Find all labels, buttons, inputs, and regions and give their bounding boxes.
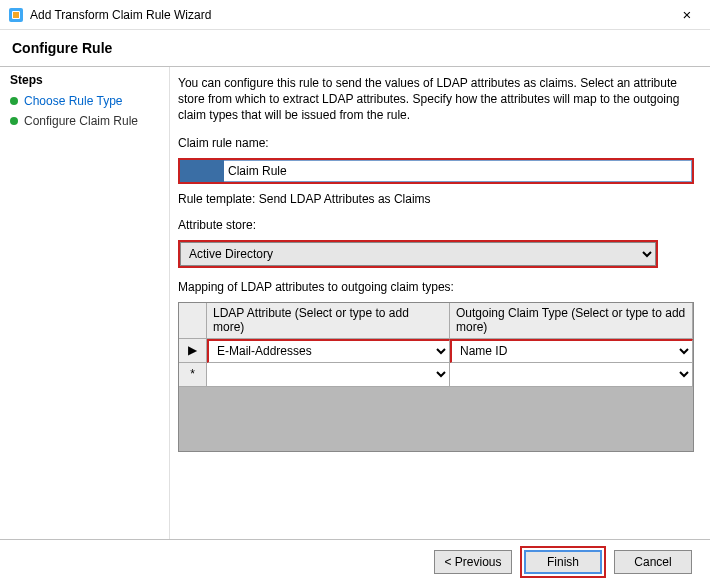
ldap-attribute-select[interactable] — [207, 363, 449, 386]
row-marker[interactable]: * — [179, 363, 207, 387]
selection-highlight — [180, 160, 224, 182]
rule-template-text: Rule template: Send LDAP Attributes as C… — [178, 192, 694, 206]
steps-sidebar: Steps Choose Rule Type Configure Claim R… — [0, 67, 170, 553]
ldap-attribute-cell — [207, 363, 450, 387]
attribute-store-highlight: Active Directory — [178, 240, 658, 268]
step-choose-rule-type[interactable]: Choose Rule Type — [10, 91, 159, 111]
step-label: Configure Claim Rule — [24, 114, 138, 128]
title-bar: Add Transform Claim Rule Wizard × — [0, 0, 710, 30]
content-area: Steps Choose Rule Type Configure Claim R… — [0, 66, 710, 553]
finish-button[interactable]: Finish — [524, 550, 602, 574]
step-configure-claim-rule[interactable]: Configure Claim Rule — [10, 111, 159, 131]
bullet-icon — [10, 97, 18, 105]
outgoing-claim-select[interactable] — [450, 363, 692, 386]
steps-heading: Steps — [10, 73, 159, 87]
step-label: Choose Rule Type — [24, 94, 123, 108]
outgoing-claim-header: Outgoing Claim Type (Select or type to a… — [450, 303, 693, 338]
outgoing-claim-cell — [450, 363, 693, 387]
claim-rule-name-input[interactable] — [224, 160, 692, 182]
claim-rule-name-highlight — [178, 158, 694, 184]
mapping-label: Mapping of LDAP attributes to outgoing c… — [178, 280, 694, 294]
row-marker[interactable]: ▶ — [179, 339, 207, 363]
svg-rect-2 — [13, 12, 19, 18]
previous-button[interactable]: < Previous — [434, 550, 512, 574]
attribute-store-select[interactable]: Active Directory — [180, 242, 656, 266]
mapping-row: ▶ E-Mail-Addresses Name ID — [179, 339, 693, 363]
outgoing-claim-cell: Name ID — [450, 339, 693, 363]
cancel-button[interactable]: Cancel — [614, 550, 692, 574]
mapping-row: * — [179, 363, 693, 387]
claim-rule-name-label: Claim rule name: — [178, 136, 694, 150]
window-title: Add Transform Claim Rule Wizard — [30, 8, 672, 22]
page-header: Configure Rule — [0, 30, 710, 66]
finish-highlight: Finish — [520, 546, 606, 578]
close-icon[interactable]: × — [672, 6, 702, 23]
outgoing-claim-select[interactable]: Name ID — [452, 341, 692, 362]
app-icon — [8, 7, 24, 23]
page-title: Configure Rule — [12, 40, 698, 56]
ldap-attribute-cell: E-Mail-Addresses — [207, 339, 450, 363]
attribute-store-label: Attribute store: — [178, 218, 694, 232]
bullet-icon — [10, 117, 18, 125]
mapping-header-row: LDAP Attribute (Select or type to add mo… — [179, 303, 693, 339]
ldap-attribute-select[interactable]: E-Mail-Addresses — [209, 341, 449, 362]
mapping-grid: LDAP Attribute (Select or type to add mo… — [178, 302, 694, 452]
ldap-attribute-header: LDAP Attribute (Select or type to add mo… — [207, 303, 450, 338]
description-text: You can configure this rule to send the … — [178, 75, 694, 124]
row-selector-header — [179, 303, 207, 338]
footer-buttons: < Previous Finish Cancel — [0, 539, 710, 583]
main-panel: You can configure this rule to send the … — [170, 67, 710, 553]
